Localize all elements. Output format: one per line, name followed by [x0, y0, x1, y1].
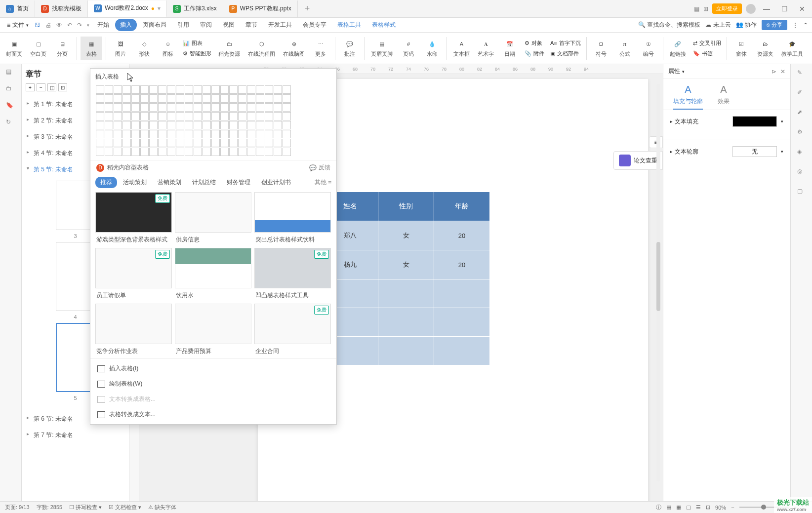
ribbon-symbol[interactable]: Ω符号	[590, 37, 612, 60]
ribbon-resources[interactable]: 🗁资源夹	[754, 37, 776, 60]
template-tab-more[interactable]: 其他 ≡	[315, 178, 331, 187]
grid-cell[interactable]	[176, 112, 184, 120]
grid-cell[interactable]	[203, 148, 211, 156]
menu-start[interactable]: 开始	[92, 19, 114, 31]
grid-cell[interactable]	[96, 121, 104, 129]
ribbon-chart[interactable]: 📊图表	[181, 39, 213, 48]
table-cell-empty[interactable]	[434, 279, 490, 308]
grid-cell[interactable]	[238, 103, 246, 112]
grid-cell[interactable]	[131, 121, 140, 129]
chevron-down-icon[interactable]: ▾	[682, 69, 685, 74]
grid-cell[interactable]	[265, 85, 273, 94]
pen-icon[interactable]: ✎	[797, 69, 806, 78]
grid-cell[interactable]	[176, 139, 184, 147]
grid-cell[interactable]	[185, 94, 193, 103]
grid-cell[interactable]	[140, 148, 149, 156]
table-row[interactable]	[323, 308, 490, 337]
grid-cell[interactable]	[274, 94, 282, 103]
table-cell-empty[interactable]	[378, 337, 434, 365]
table-cell-empty[interactable]	[434, 337, 490, 365]
outline-swatch[interactable]: 无	[732, 146, 777, 157]
tab-menu-icon[interactable]: ▾	[158, 5, 161, 12]
ribbon-docparts[interactable]: ▣文档部件	[548, 49, 583, 58]
grid-cell[interactable]	[211, 94, 220, 103]
ribbon-crossref[interactable]: ⇄交叉引用	[691, 39, 723, 48]
grid-cell[interactable]	[256, 103, 264, 112]
word-count[interactable]: 字数: 2855	[37, 504, 63, 511]
ribbon-pagebreak[interactable]: ⊟分页	[51, 37, 73, 60]
template-tab-activity[interactable]: 活动策划	[118, 177, 152, 188]
grid-cell[interactable]	[238, 130, 246, 138]
preview-icon[interactable]: 👁	[54, 22, 64, 29]
grid-cell[interactable]	[194, 121, 202, 129]
grid-cell[interactable]	[265, 94, 273, 103]
grid-cell[interactable]	[283, 85, 291, 94]
grid-cell[interactable]	[122, 121, 131, 129]
table-header[interactable]: 性别	[378, 192, 434, 221]
table-header[interactable]: 年龄	[434, 192, 490, 221]
grid-cell[interactable]	[140, 103, 149, 112]
grid-cell[interactable]	[220, 121, 229, 129]
grid-cell[interactable]	[122, 139, 131, 147]
grid-cell[interactable]	[105, 148, 113, 156]
tab-add[interactable]: +	[298, 3, 317, 14]
grid-cell[interactable]	[203, 121, 211, 129]
grid-cell[interactable]	[96, 130, 104, 138]
grid-cell[interactable]	[274, 139, 282, 147]
grid-cell[interactable]	[229, 103, 238, 112]
layout-icon[interactable]: ▦	[694, 5, 699, 12]
grid-cell[interactable]	[149, 103, 158, 112]
cloud-status[interactable]: ☁ 未上云	[705, 21, 731, 29]
maximize-button[interactable]: ☐	[777, 5, 791, 13]
grid-cell[interactable]	[114, 112, 122, 120]
grid-cell[interactable]	[114, 130, 122, 138]
grid-cell[interactable]	[176, 121, 184, 129]
grid-cell[interactable]	[229, 148, 238, 156]
login-button[interactable]: 立即登录	[712, 3, 742, 14]
grid-cell[interactable]	[105, 112, 113, 120]
template-item[interactable]: 饮用水	[175, 248, 251, 301]
grid-cell[interactable]	[274, 85, 282, 94]
grid-cell[interactable]	[274, 112, 282, 120]
table-cell-empty[interactable]	[378, 308, 434, 337]
settings-icon[interactable]: ⚙	[797, 128, 806, 137]
ribbon-table[interactable]: ▦表格	[81, 37, 102, 60]
menu-insert-table[interactable]: 插入表格(I)	[90, 361, 336, 376]
grid-cell[interactable]	[131, 94, 140, 103]
grid-cell[interactable]	[211, 148, 220, 156]
customize-icon[interactable]: ▾	[85, 23, 91, 28]
ribbon-textbox[interactable]: A文本框	[450, 37, 473, 60]
grid-cell[interactable]	[114, 148, 122, 156]
menu-view[interactable]: 视图	[218, 19, 240, 31]
close-window-button[interactable]: ✕	[795, 5, 809, 13]
grid-cell[interactable]	[149, 139, 158, 147]
ribbon-mindmap[interactable]: ⊛在线脑图	[280, 37, 308, 60]
grid-cell[interactable]	[238, 85, 246, 94]
grid-cell[interactable]	[185, 103, 193, 112]
tab-templates[interactable]: D 找稻壳模板	[35, 0, 88, 17]
view-read-icon[interactable]: ☰	[696, 504, 701, 511]
table-row[interactable]	[323, 337, 490, 365]
template-item[interactable]: 免费 凹凸感表格样式工具	[254, 248, 331, 301]
ribbon-bookmark[interactable]: 🔖书签	[691, 49, 723, 58]
grid-cell[interactable]	[274, 121, 282, 129]
grid-cell[interactable]	[167, 103, 175, 112]
grid-cell[interactable]	[158, 121, 166, 129]
book-icon[interactable]: ▢	[797, 188, 806, 197]
prop-tab-effect[interactable]: A 效果	[718, 84, 730, 110]
spell-check-toggle[interactable]: ☐ 拼写检查 ▾	[69, 504, 102, 511]
outline-icon[interactable]: ▤	[6, 68, 16, 78]
grid-cell[interactable]	[283, 139, 291, 147]
grid-cell[interactable]	[114, 139, 122, 147]
ribbon-cover[interactable]: ▣封面页	[3, 37, 25, 60]
menu-table-style[interactable]: 表格样式	[367, 19, 401, 31]
table-row[interactable]: 杨九 女 20	[323, 250, 490, 279]
chapter-split[interactable]: ⊡	[58, 83, 67, 91]
feedback-link[interactable]: 💬 反馈	[309, 163, 330, 172]
template-tab-finance[interactable]: 财务管理	[222, 177, 255, 188]
grid-cell[interactable]	[229, 139, 238, 147]
grid-cell[interactable]	[96, 103, 104, 112]
ribbon-teach[interactable]: 🎓教学工具	[778, 37, 806, 60]
grid-cell[interactable]	[265, 148, 273, 156]
ribbon-pagenum[interactable]: #页码	[398, 37, 419, 60]
